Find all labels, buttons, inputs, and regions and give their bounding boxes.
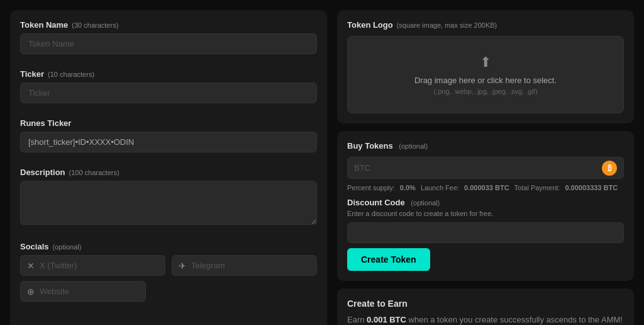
ticker-label: Ticker (10 characters): [20, 69, 317, 79]
btc-badge: ₿: [602, 161, 617, 176]
token-name-label: Token Name (30 characters): [20, 20, 317, 30]
earn-prefix: Earn: [347, 315, 367, 324]
percent-supply-value: 0.0%: [400, 184, 416, 191]
socials-optional: (optional): [53, 243, 82, 251]
stats-row: Percent supply: 0.0% Launch Fee: 0.00003…: [347, 184, 624, 191]
launch-fee-value: 0.000033 BTC: [464, 184, 509, 191]
btc-input[interactable]: [354, 157, 602, 178]
telegram-icon: ✈: [179, 261, 186, 271]
runes-ticker-value: [short_ticker]•ID•XXXX•ODIN: [20, 132, 317, 152]
token-name-label-text: Token Name: [20, 20, 68, 30]
website-input-wrap: ⊕: [20, 281, 146, 302]
discount-code-label: Discount Code (optional): [347, 198, 624, 207]
telegram-input-wrap: ✈: [172, 255, 317, 276]
total-payment-label: Total Payment:: [514, 184, 560, 191]
buy-tokens-optional: (optional): [399, 142, 428, 150]
twitter-icon: ✕: [27, 261, 35, 271]
twitter-input[interactable]: [40, 256, 158, 275]
description-input[interactable]: [20, 181, 317, 225]
create-to-earn-card: Create to Earn Earn 0.001 BTC when a tok…: [337, 288, 634, 325]
buy-tokens-card: Buy Tokens (optional) ₿ Percent supply: …: [337, 131, 634, 281]
token-name-input[interactable]: [20, 33, 317, 54]
ticker-input[interactable]: [20, 83, 317, 103]
globe-icon: ⊕: [27, 287, 35, 297]
socials-twitter-telegram-row: ✕ ✈: [20, 255, 317, 276]
runes-ticker-group: Runes Ticker [short_ticker]•ID•XXXX•ODIN: [20, 118, 317, 152]
discount-label-text: Discount Code: [347, 198, 405, 207]
token-logo-card: Token Logo (square image, max size 200KB…: [337, 10, 634, 123]
right-panel: Token Logo (square image, max size 200KB…: [337, 10, 634, 325]
total-payment-value: 0.00003333 BTC: [565, 184, 618, 191]
buy-tokens-label-text: Buy Tokens: [347, 141, 393, 151]
dropzone-text: Drag image here or click here to select.: [414, 76, 557, 85]
main-container: Token Name (30 characters) Ticker (10 ch…: [10, 10, 634, 325]
ticker-group: Ticker (10 characters): [20, 69, 317, 103]
dropzone-formats: (.png, .webp, .jpg, .jpeg, .svg, .gif): [433, 88, 537, 95]
btc-input-wrap: ₿: [347, 157, 624, 179]
btc-icon: ₿: [608, 164, 612, 173]
ticker-label-text: Ticker: [20, 69, 44, 79]
socials-group: Socials (optional) ✕ ✈ ⊕: [20, 242, 317, 302]
logo-note: (square image, max size 200KB): [397, 21, 497, 29]
logo-dropzone[interactable]: ⬆ Drag image here or click here to selec…: [347, 36, 624, 113]
runes-ticker-label-text: Runes Ticker: [20, 118, 71, 128]
create-token-button[interactable]: Create Token: [347, 248, 430, 271]
runes-ticker-label: Runes Ticker: [20, 118, 317, 128]
socials-label: Socials (optional): [20, 242, 317, 251]
twitter-input-wrap: ✕: [20, 255, 165, 276]
earn-title: Create to Earn: [347, 299, 624, 309]
website-input[interactable]: [40, 282, 139, 301]
website-row: ⊕: [20, 281, 317, 302]
socials-label-text: Socials: [20, 242, 49, 251]
earn-text: Earn 0.001 BTC when a token you create s…: [347, 314, 624, 325]
earn-suffix: when a token you create successfully asc…: [406, 315, 623, 324]
discount-optional: (optional): [411, 199, 440, 207]
ticker-note: (10 characters): [48, 71, 94, 78]
logo-label: Token Logo: [347, 20, 393, 30]
token-name-note: (30 characters): [72, 21, 118, 29]
description-label: Description (100 characters): [20, 168, 317, 177]
telegram-input[interactable]: [191, 256, 310, 275]
discount-note: Enter a discount code to create a token …: [347, 210, 624, 217]
description-note: (100 characters): [69, 169, 119, 176]
token-name-group: Token Name (30 characters): [20, 20, 317, 54]
left-panel: Token Name (30 characters) Ticker (10 ch…: [10, 10, 327, 325]
earn-highlight: 0.001 BTC: [367, 315, 406, 324]
percent-supply-label: Percent supply:: [347, 184, 395, 191]
description-label-text: Description: [20, 168, 65, 177]
buy-tokens-label: Buy Tokens (optional): [347, 141, 624, 151]
discount-input[interactable]: [347, 222, 624, 243]
description-group: Description (100 characters): [20, 168, 317, 227]
launch-fee-label: Launch Fee:: [421, 184, 459, 191]
logo-label-row: Token Logo (square image, max size 200KB…: [347, 20, 624, 30]
upload-icon: ⬆: [480, 54, 491, 71]
